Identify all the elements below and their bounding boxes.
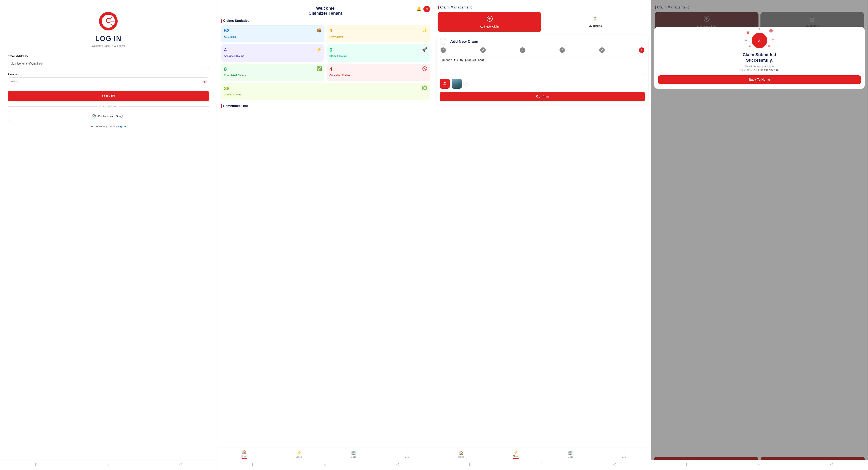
started-claims-icon: 🚀 xyxy=(422,47,427,52)
stat-new-claims[interactable]: 0 New Claims ✨ xyxy=(327,25,430,42)
signup-link[interactable]: Sign Up xyxy=(118,125,127,128)
back-button[interactable]: ‹ xyxy=(440,38,446,45)
login-button[interactable]: LOG IN xyxy=(8,91,209,101)
assigned-claims-count: 4 xyxy=(224,47,321,53)
claims-nav-label-3: Claims xyxy=(513,455,519,457)
home-nav-icon: 🏠 xyxy=(242,450,247,455)
step-line-5 xyxy=(606,50,638,50)
welcome-text: Welcome xyxy=(309,6,342,11)
upload-icon-button[interactable] xyxy=(440,79,450,89)
success-checkmark-icon: ✓ xyxy=(752,33,767,48)
closed-claims-count: 38 xyxy=(224,86,427,92)
home-scrollable: Claims Statistics 52 All Claims 📦 0 New … xyxy=(217,19,434,448)
closed-claims-icon: ❎ xyxy=(422,86,427,91)
step-3: ✓ xyxy=(520,47,525,53)
step-line-3 xyxy=(526,50,559,50)
units-nav-icon: 🏢 xyxy=(351,450,356,455)
claim-form-card: ‹ Add New Claim ✓ ✓ ✓ ✓ ✓ 6 please fix m… xyxy=(437,35,648,104)
completed-claims-count: 0 xyxy=(224,66,321,72)
svg-point-15 xyxy=(759,28,760,30)
claims-nav-icon-3: ⚡ xyxy=(514,450,519,455)
nav-more-3[interactable]: ··· More xyxy=(622,451,626,458)
android-home-icon[interactable]: ○ xyxy=(107,463,110,467)
password-input[interactable] xyxy=(8,77,209,86)
android-home-icon-2[interactable]: ○ xyxy=(324,463,327,467)
email-label: Email Address xyxy=(8,54,209,58)
android-recents-icon-3[interactable]: ◁ xyxy=(613,462,616,467)
remember-section-title: Remember That xyxy=(217,103,434,110)
phone-bottom-bar-2: ||| ○ ◁ xyxy=(217,462,434,470)
success-subtitle: We will contact you shortly. xyxy=(744,65,774,68)
all-claims-label: All Claims xyxy=(224,35,321,38)
stat-closed-claims[interactable]: 38 Closed Claims ❎ xyxy=(221,83,430,100)
android-back-icon[interactable]: ||| xyxy=(35,463,38,467)
back-to-home-button[interactable]: Back To Home xyxy=(658,75,861,84)
login-title: LOG IN xyxy=(95,35,121,43)
login-subtitle: Welcome Back To Claimizer xyxy=(92,44,125,47)
assigned-claims-label: Assigned Claims xyxy=(224,55,321,58)
bottom-navigation-3: 🏠 Home ⚡ Claims 🏢 Units ··· More xyxy=(434,448,651,462)
stat-assigned-claims[interactable]: 4 Assigned Claims ⚡ xyxy=(221,44,324,62)
android-recents-icon-4[interactable]: ◁ xyxy=(830,462,833,467)
step-2: ✓ xyxy=(480,47,486,53)
android-home-icon-3[interactable]: ○ xyxy=(541,463,544,467)
android-home-icon-4[interactable]: ○ xyxy=(758,463,761,467)
bottom-navigation: 🏠 Home ⚡ Claims 🏢 Units ··· More xyxy=(217,448,434,462)
phone-bottom-bar-4: ||| ○ ◁ xyxy=(651,460,868,470)
cancelled-claims-label: Cancelled Claims xyxy=(330,74,427,77)
claim-description-textarea[interactable]: please fix my problem asap xyxy=(440,56,645,75)
more-nav-icon: ··· xyxy=(405,451,409,455)
screen2-home: Welcome Claimizer Tenant 🔔 C Claims Stat… xyxy=(217,0,434,470)
confirm-button[interactable]: Confirm xyxy=(440,92,645,101)
eye-icon[interactable]: 👁 xyxy=(203,80,207,84)
remove-image-button[interactable]: ✕ xyxy=(464,81,469,86)
home-nav-label-3: Home xyxy=(458,456,464,458)
claims-nav-label: Claims xyxy=(296,456,302,458)
stat-started-claims[interactable]: 6 Started Claims 🚀 xyxy=(327,44,430,62)
android-recents-icon-2[interactable]: ◁ xyxy=(396,462,399,467)
closed-claims-label: Closed Claims xyxy=(224,93,427,96)
screen3-add-claim: Claim Management Add New Claim 📋 My Clai… xyxy=(434,0,651,470)
username-text: Claimizer Tenant xyxy=(309,11,342,16)
password-label: Password xyxy=(8,73,209,76)
image-upload-area: ✕ xyxy=(440,79,645,89)
nav-claims-3[interactable]: ⚡ Claims xyxy=(513,450,519,459)
more-nav-label: More xyxy=(404,456,409,458)
screen1-login: C LOG IN Welcome Back To Claimizer Email… xyxy=(0,0,217,470)
svg-point-13 xyxy=(749,45,751,47)
claims-stats-section-title: Claims Statistics xyxy=(217,19,434,25)
stat-all-claims[interactable]: 52 All Claims 📦 xyxy=(221,25,324,42)
nav-units[interactable]: 🏢 Units xyxy=(351,450,356,458)
google-signin-button[interactable]: Continue With Google xyxy=(8,111,209,121)
step-line-4 xyxy=(566,50,598,50)
stat-cancelled-claims[interactable]: 4 Cancelled Claims 🚫 xyxy=(327,64,430,81)
nav-units-3[interactable]: 🏢 Units xyxy=(568,450,573,458)
android-back-icon-4[interactable]: ||| xyxy=(686,463,688,467)
section-bar-icon xyxy=(221,19,222,23)
svg-text:C: C xyxy=(106,16,111,25)
home-header: Welcome Claimizer Tenant 🔔 C xyxy=(217,0,434,19)
step-5: ✓ xyxy=(599,47,604,53)
nav-home-3[interactable]: 🏠 Home xyxy=(458,450,464,458)
android-back-icon-2[interactable]: ||| xyxy=(252,463,254,467)
notification-bell-icon[interactable]: 🔔 xyxy=(416,6,422,11)
nav-more[interactable]: ··· More xyxy=(404,451,409,458)
nav-home[interactable]: 🏠 Home xyxy=(241,450,247,459)
svg-point-10 xyxy=(745,39,747,41)
add-new-claim-button[interactable]: Add New Claim xyxy=(438,12,541,32)
form-title: Add New Claim xyxy=(450,39,478,44)
android-back-icon-3[interactable]: ||| xyxy=(469,463,472,467)
phone-bottom-bar-3: ||| ○ ◁ xyxy=(434,462,651,470)
add-claim-icon xyxy=(487,15,493,23)
nav-active-indicator-3 xyxy=(513,458,519,459)
stat-completed-claims[interactable]: 0 Completed Claims ✅ xyxy=(221,64,324,81)
units-nav-label-3: Units xyxy=(568,456,573,458)
user-avatar[interactable]: C xyxy=(424,6,430,12)
my-claims-button[interactable]: 📋 My Claims xyxy=(543,12,647,32)
phone-bottom-bar: ||| ○ ◁ xyxy=(0,460,217,470)
nav-claims[interactable]: ⚡ Claims xyxy=(296,450,302,458)
android-recents-icon[interactable]: ◁ xyxy=(179,462,182,467)
step-6: 6 xyxy=(639,47,644,53)
all-claims-icon: 📦 xyxy=(317,28,322,33)
email-input[interactable] xyxy=(8,59,209,68)
